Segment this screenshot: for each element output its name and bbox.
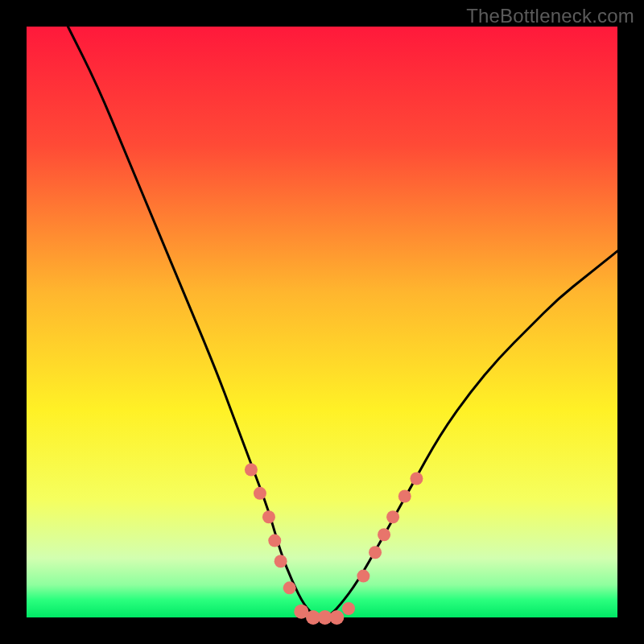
highlight-dot bbox=[386, 510, 399, 523]
plot-background bbox=[27, 27, 617, 617]
highlight-dot bbox=[262, 510, 275, 523]
highlight-dot bbox=[398, 490, 411, 503]
highlight-dot bbox=[410, 473, 423, 485]
highlight-dot bbox=[268, 535, 281, 547]
highlight-dot bbox=[378, 528, 390, 541]
highlight-dot bbox=[369, 546, 382, 559]
watermark-text: TheBottleneck.com bbox=[466, 5, 634, 27]
highlight-dot bbox=[283, 581, 296, 594]
highlight-dot bbox=[357, 570, 369, 583]
highlight-dot bbox=[275, 555, 287, 568]
highlight-dot bbox=[329, 610, 344, 625]
chart-container: TheBottleneck.com bbox=[0, 0, 644, 644]
highlight-dot bbox=[342, 602, 355, 615]
bottleneck-chart bbox=[0, 0, 644, 644]
highlight-dot bbox=[254, 487, 266, 500]
highlight-dot bbox=[245, 464, 258, 477]
